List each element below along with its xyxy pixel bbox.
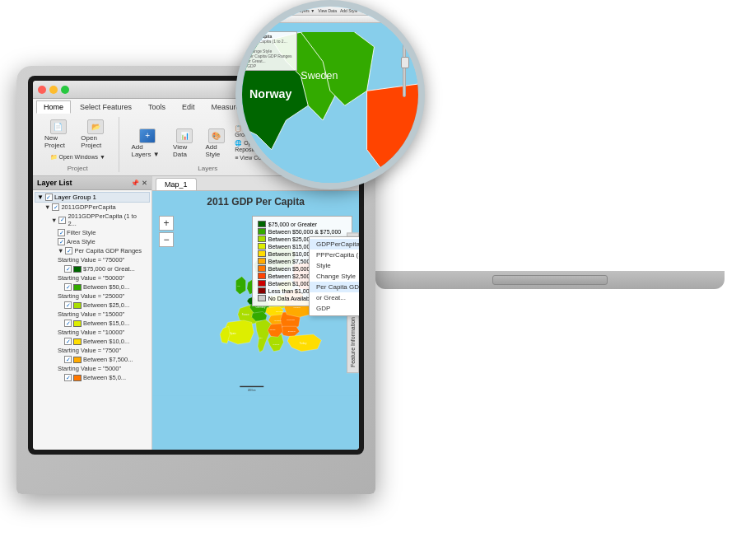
layer-checkbox[interactable] [58,217,66,224]
dropdown-item-change-style[interactable]: Change Style [310,271,359,282]
svg-text:Turkey: Turkey [300,342,307,345]
item-checkbox[interactable] [64,301,72,309]
layer-panel: Layer List 📌 ✕ ▼ Layer Gro [33,176,152,450]
main-area: Layer List 📌 ✕ ▼ Layer Gro [33,176,359,450]
view-data-button[interactable]: 📊 View Data [170,126,199,161]
list-item[interactable]: ▼ 2011GDPPerCapita [35,203,150,212]
svg-text:France: France [242,313,249,316]
side-tab-feature-info[interactable]: Feature Information [347,311,359,373]
legend-swatch [258,236,266,242]
map-viewport[interactable]: 2011 GDP Per Capita [152,191,359,450]
list-item: Starting Value = "50000" [35,273,150,282]
laptop-body: Home Select Features Tools Edit Measure … [16,66,375,494]
layer-checkbox[interactable] [52,203,59,211]
list-item: Starting Value = "7500" [35,346,150,355]
add-style-icon: 🎨 [208,128,225,143]
list-item[interactable]: Between $25,0... [35,301,150,310]
trackpad[interactable] [492,275,608,285]
svg-text:Romania: Romania [287,319,295,321]
open-project-icon: 📂 [87,119,104,134]
expand-icon: ▼ [51,217,57,224]
tab-select-features[interactable]: Select Features [72,100,139,114]
layer-group-header[interactable]: ▼ Layer Group 1 [35,192,150,203]
open-project-button[interactable]: 📂 Open Project [77,117,114,152]
map-tab-1[interactable]: Map_1 [156,178,197,190]
open-windows-group: 📁 Open Windows ▼ [49,153,107,161]
tab-home[interactable]: Home [36,100,71,114]
ribbon-group-project: 📄 New Project 📂 Open Project [36,117,119,172]
legend-item: Between $50,000 & $75,000 [258,228,347,235]
item-checkbox[interactable] [64,265,72,273]
list-item[interactable]: ▼ 2011GDPPerCapita (1 to 2... [35,212,150,228]
item-checkbox[interactable] [64,338,72,345]
list-item: Starting Value = "5000" [35,364,150,373]
close-panel-icon[interactable]: ✕ [142,180,147,187]
list-item: Starting Value = "25000" [35,292,150,301]
legend-swatch [258,280,266,287]
dropdown-item-or-great[interactable]: or Great... [310,292,359,303]
new-project-button[interactable]: 📄 New Project [41,117,75,152]
gdp-ranges-checkbox[interactable] [65,247,72,254]
legend-swatch [258,250,266,257]
list-item[interactable]: Filter Style [35,228,150,237]
item-checkbox[interactable] [64,320,72,327]
project-label: Project [68,165,88,172]
map-title: 2011 GDP Per Capita [207,196,305,208]
list-item[interactable]: ▼ Per Capita GDP Ranges [35,246,150,255]
color-swatch [73,320,82,327]
list-item[interactable]: Area Style [35,237,150,246]
list-item[interactable]: Between $7,500... [35,355,150,364]
svg-text:Greece: Greece [273,343,280,346]
zoom-controls: + − [159,216,174,247]
svg-text:Slovakia: Slovakia [276,310,284,313]
legend-swatch [258,295,266,301]
dropdown-item-gdp-short[interactable]: GDP [310,303,359,314]
close-btn[interactable] [38,86,46,94]
color-swatch [73,357,82,363]
dropdown-popup: GDPPerCapita PPPerCapita (1 to 2... Styl… [309,236,359,316]
add-layers-button[interactable]: + Add Layers ▼ [128,126,167,161]
zoom-out-button[interactable]: − [159,232,174,247]
magnifier-overlay: Tools Edit Measure Add Layers ▼ View Dat… [235,0,425,189]
item-checkbox[interactable] [64,356,72,363]
zoom-in-button[interactable]: + [159,216,174,231]
area-checkbox[interactable] [58,238,65,245]
item-checkbox[interactable] [64,283,72,291]
dropdown-item-ranges[interactable]: Per Capita GDP Ranges [310,282,359,292]
list-item[interactable]: Between $50,0... [35,282,150,292]
layer-panel-header: Layer List 📌 ✕ [33,176,151,190]
list-item[interactable]: $75,000 or Great... [35,264,150,273]
list-item[interactable]: Between $10,0... [35,337,150,346]
dropdown-item-gdp[interactable]: GDPPerCapita [310,239,359,250]
group-checkbox[interactable] [45,194,53,201]
svg-rect-21 [240,386,263,387]
mag-slider [403,31,406,97]
maximize-btn[interactable] [61,86,69,94]
open-windows-button[interactable]: 📁 Open Windows ▼ [49,153,107,161]
legend-item: $75,000 or Greater [258,221,347,227]
tab-edit[interactable]: Edit [175,100,203,114]
mag-slider-thumb [401,57,409,68]
list-item: Starting Value = "10000" [35,328,150,337]
svg-text:Bulgaria: Bulgaria [288,330,296,333]
minimize-btn[interactable] [49,86,58,94]
new-project-icon: 📄 [50,119,67,134]
dropdown-item-pp[interactable]: PPPerCapita (1 to 2... [310,250,359,260]
layers-label: Layers [198,165,217,172]
list-item[interactable]: Between $15,0... [35,319,150,328]
list-item[interactable]: Between $5,0... [35,373,150,382]
panel-header-icons: 📌 ✕ [131,180,147,187]
legend-swatch [258,265,266,272]
dropdown-item-style[interactable]: Style [310,260,359,271]
filter-checkbox[interactable] [58,229,65,236]
tab-tools[interactable]: Tools [141,100,173,114]
svg-text:Spain: Spain [230,332,236,335]
item-checkbox[interactable] [64,374,72,381]
mag-panel: PPPerCapita PPPerCapita (1 to 2... Style… [244,31,297,71]
mag-sub-ribbon: ▼ Map_1 ✕ [242,16,418,23]
laptop-container: Home Select Features Tools Edit Measure … [16,25,725,535]
laptop-bottom [375,271,725,289]
svg-text:Norway: Norway [249,87,292,100]
add-style-button[interactable]: 🎨 Add Style [202,126,231,161]
pin-icon[interactable]: 📌 [131,180,139,187]
